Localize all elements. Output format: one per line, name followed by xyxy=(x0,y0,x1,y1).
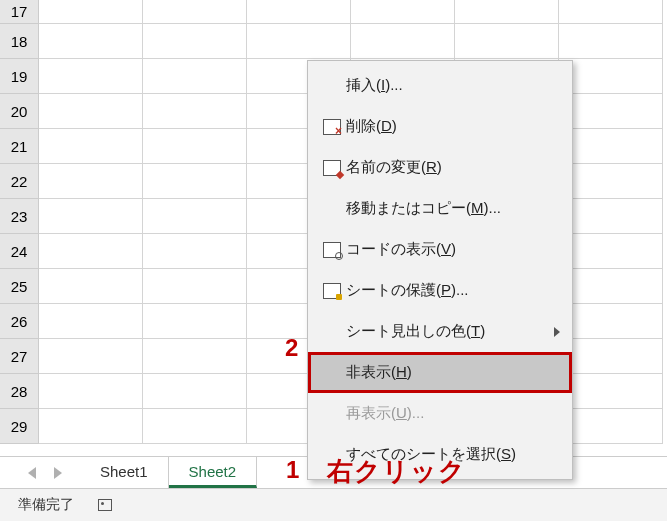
sheet-tab-sheet2[interactable]: Sheet2 xyxy=(169,457,258,488)
ctx-delete-label: 削除(D) xyxy=(346,117,560,136)
ctx-rename[interactable]: 名前の変更(R) xyxy=(308,147,572,188)
cell[interactable] xyxy=(559,374,663,409)
cell[interactable] xyxy=(39,59,143,94)
ctx-unhide: 再表示(U)... xyxy=(308,393,572,434)
cell[interactable] xyxy=(143,374,247,409)
annotation-right-click: 右クリック xyxy=(327,454,466,489)
tab-nav-prev-icon[interactable] xyxy=(28,467,36,479)
cell[interactable] xyxy=(559,59,663,94)
submenu-arrow-icon xyxy=(554,327,560,337)
cell[interactable] xyxy=(39,234,143,269)
status-bar: 準備完了 xyxy=(0,488,667,521)
cell[interactable] xyxy=(39,339,143,374)
annotation-number-2: 2 xyxy=(285,334,298,362)
cell[interactable] xyxy=(559,339,663,374)
cell[interactable] xyxy=(143,0,247,24)
cell[interactable] xyxy=(143,234,247,269)
row-header[interactable]: 28 xyxy=(0,374,39,409)
cell[interactable] xyxy=(39,269,143,304)
row-header[interactable]: 18 xyxy=(0,24,39,59)
cell[interactable] xyxy=(247,0,351,24)
cell[interactable] xyxy=(559,129,663,164)
cell[interactable] xyxy=(559,24,663,59)
ctx-view-code[interactable]: コードの表示(V) xyxy=(308,229,572,270)
cell[interactable] xyxy=(39,199,143,234)
ctx-rename-label: 名前の変更(R) xyxy=(346,158,560,177)
cell[interactable] xyxy=(143,409,247,444)
cell[interactable] xyxy=(559,304,663,339)
ctx-delete[interactable]: 削除(D) xyxy=(308,106,572,147)
cell[interactable] xyxy=(143,339,247,374)
row-header[interactable]: 20 xyxy=(0,94,39,129)
rename-icon xyxy=(318,160,346,176)
row-header[interactable]: 29 xyxy=(0,409,39,444)
tab-nav-next-icon[interactable] xyxy=(54,467,62,479)
cell[interactable] xyxy=(455,0,559,24)
ctx-movecopy-label: 移動またはコピー(M)... xyxy=(346,199,560,218)
cell[interactable] xyxy=(143,164,247,199)
cell[interactable] xyxy=(559,409,663,444)
macro-record-icon[interactable] xyxy=(98,499,112,511)
ctx-protect-sheet[interactable]: シートの保護(P)... xyxy=(308,270,572,311)
ctx-move-copy[interactable]: 移動またはコピー(M)... xyxy=(308,188,572,229)
cell[interactable] xyxy=(455,24,559,59)
ctx-protect-label: シートの保護(P)... xyxy=(346,281,560,300)
row-header[interactable]: 22 xyxy=(0,164,39,199)
cell[interactable] xyxy=(39,374,143,409)
cell[interactable] xyxy=(39,94,143,129)
row-header[interactable]: 17 xyxy=(0,0,39,24)
cell[interactable] xyxy=(559,199,663,234)
ctx-viewcode-label: コードの表示(V) xyxy=(346,240,560,259)
cell[interactable] xyxy=(559,94,663,129)
cell[interactable] xyxy=(39,304,143,339)
row-header[interactable]: 21 xyxy=(0,129,39,164)
cell[interactable] xyxy=(143,304,247,339)
row-header[interactable]: 25 xyxy=(0,269,39,304)
delete-sheet-icon xyxy=(318,119,346,135)
cell[interactable] xyxy=(351,24,455,59)
row-header[interactable]: 19 xyxy=(0,59,39,94)
ctx-tab-color[interactable]: シート見出しの色(T) xyxy=(308,311,572,352)
cell[interactable] xyxy=(559,269,663,304)
cell[interactable] xyxy=(39,409,143,444)
sheet-context-menu: 挿入(I)... 削除(D) 名前の変更(R) 移動またはコピー(M)... コ… xyxy=(307,60,573,480)
cell[interactable] xyxy=(247,24,351,59)
cell[interactable] xyxy=(143,24,247,59)
annotation-number-1: 1 xyxy=(286,456,299,484)
cell[interactable] xyxy=(39,129,143,164)
ctx-hide-label: 非表示(H) xyxy=(346,363,560,382)
sheet-tab-sheet1[interactable]: Sheet1 xyxy=(80,457,169,488)
row-header[interactable]: 26 xyxy=(0,304,39,339)
cell[interactable] xyxy=(559,234,663,269)
ctx-hide[interactable]: 非表示(H) xyxy=(308,352,572,393)
view-code-icon xyxy=(318,242,346,258)
cell[interactable] xyxy=(143,199,247,234)
row-header[interactable]: 24 xyxy=(0,234,39,269)
protect-sheet-icon xyxy=(318,283,346,299)
row-header[interactable]: 23 xyxy=(0,199,39,234)
ctx-tabcolor-label: シート見出しの色(T) xyxy=(346,322,554,341)
cell[interactable] xyxy=(559,164,663,199)
cell[interactable] xyxy=(39,164,143,199)
cell[interactable] xyxy=(351,0,455,24)
cell[interactable] xyxy=(559,0,663,24)
ctx-insert-label: 挿入(I)... xyxy=(346,76,560,95)
ctx-insert[interactable]: 挿入(I)... xyxy=(308,65,572,106)
ctx-unhide-label: 再表示(U)... xyxy=(346,404,560,423)
cell[interactable] xyxy=(143,269,247,304)
row-header[interactable]: 27 xyxy=(0,339,39,374)
cell[interactable] xyxy=(39,0,143,24)
cell[interactable] xyxy=(143,129,247,164)
cell[interactable] xyxy=(143,94,247,129)
status-ready: 準備完了 xyxy=(18,496,74,514)
cell[interactable] xyxy=(39,24,143,59)
cell[interactable] xyxy=(143,59,247,94)
